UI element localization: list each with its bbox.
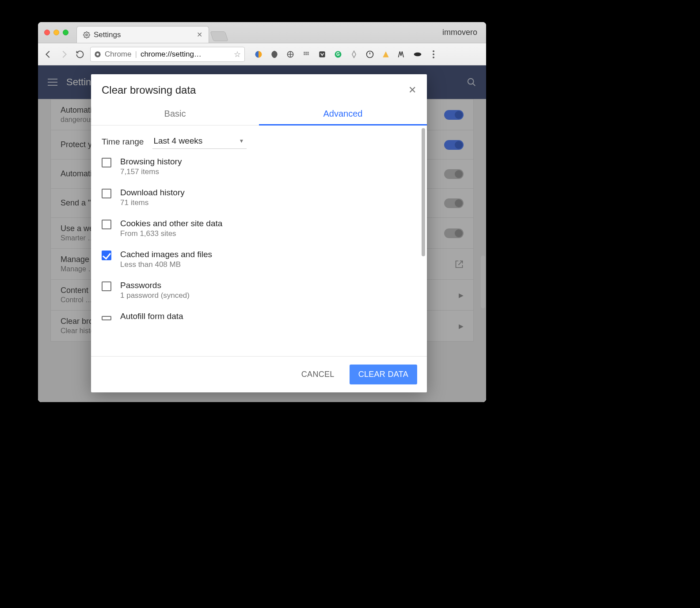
forward-button[interactable] — [58, 49, 70, 60]
tab-advanced[interactable]: Advanced — [259, 103, 427, 125]
list-item[interactable]: Autofill form data — [102, 312, 416, 321]
extension-icon[interactable] — [254, 49, 263, 59]
time-range-select[interactable]: Last 4 weeks ▼ — [152, 134, 247, 149]
svg-rect-9 — [305, 53, 307, 55]
tab-close-button[interactable]: ✕ — [197, 30, 202, 39]
time-range-label: Time range — [102, 137, 144, 147]
list-item[interactable]: Cached images and filesLess than 408 MB — [102, 250, 416, 269]
chrome-menu-button[interactable] — [429, 49, 438, 59]
svg-point-2 — [96, 53, 99, 55]
window-controls — [38, 30, 68, 35]
item-label: Cookies and other site data — [120, 219, 222, 228]
scrollbar-thumb[interactable] — [422, 128, 425, 256]
svg-rect-7 — [308, 52, 309, 53]
item-sublabel: Less than 408 MB — [120, 260, 212, 269]
svg-rect-6 — [305, 52, 307, 53]
checkbox[interactable] — [102, 220, 111, 229]
svg-rect-8 — [304, 53, 305, 55]
dialog-footer: CANCEL CLEAR DATA — [91, 356, 427, 392]
browser-window: Settings ✕ immovero Chrome | chrome://se… — [38, 22, 486, 402]
item-label: Cached images and files — [120, 250, 212, 259]
titlebar: Settings ✕ immovero — [38, 22, 486, 43]
zoom-window-button[interactable] — [63, 30, 68, 35]
dialog-tabs: Basic Advanced — [91, 103, 427, 125]
extension-icon[interactable]: G — [333, 49, 343, 59]
svg-text:G: G — [336, 52, 340, 57]
toolbar: Chrome | chrome://setting… ☆ G — [38, 43, 486, 65]
list-item[interactable]: Download history71 items — [102, 188, 416, 207]
extension-icon[interactable] — [413, 49, 422, 59]
extension-icon[interactable] — [270, 49, 279, 59]
extension-icon[interactable] — [301, 49, 311, 59]
clear-data-button[interactable]: CLEAR DATA — [350, 365, 417, 384]
browser-tab[interactable]: Settings ✕ — [76, 26, 209, 43]
close-window-button[interactable] — [44, 30, 50, 35]
new-tab-button[interactable] — [210, 31, 228, 41]
cancel-button[interactable]: CANCEL — [293, 365, 343, 384]
item-sublabel: 1 password (synced) — [120, 291, 190, 300]
item-label: Passwords — [120, 281, 190, 290]
reload-button[interactable] — [74, 49, 86, 60]
clear-browsing-data-dialog: Clear browsing data ✕ Basic Advanced Tim… — [91, 74, 427, 392]
extension-icon[interactable] — [285, 49, 295, 59]
extension-icon[interactable] — [381, 49, 391, 59]
dialog-body: Time range Last 4 weeks ▼ Browsing histo… — [91, 125, 427, 356]
time-range-value: Last 4 weeks — [153, 136, 202, 145]
extension-icon-strip: G — [254, 49, 438, 59]
item-sublabel: 7,157 items — [120, 167, 182, 176]
chrome-brand-icon — [94, 51, 101, 58]
item-label: Browsing history — [120, 157, 182, 167]
item-sublabel: 71 items — [120, 198, 185, 207]
list-item[interactable]: Passwords1 password (synced) — [102, 281, 416, 300]
svg-point-0 — [86, 34, 88, 36]
checkbox[interactable] — [102, 281, 111, 291]
minimize-window-button[interactable] — [53, 30, 59, 35]
time-range-row: Time range Last 4 weeks ▼ — [102, 134, 416, 149]
close-icon[interactable]: ✕ — [408, 84, 416, 96]
tab-title: Settings — [94, 30, 121, 39]
scrollbar-thumb[interactable] — [481, 255, 485, 308]
url-display: chrome://setting… — [141, 50, 202, 59]
back-button[interactable] — [42, 49, 54, 60]
bookmark-star-icon[interactable]: ☆ — [234, 49, 241, 59]
settings-page: Settings Automatically …dangerous … Prot… — [38, 65, 486, 402]
svg-rect-11 — [319, 51, 325, 57]
caret-down-icon: ▼ — [239, 138, 244, 144]
checkbox[interactable] — [102, 251, 111, 260]
list-item[interactable]: Cookies and other site dataFrom 1,633 si… — [102, 219, 416, 238]
item-sublabel: From 1,633 sites — [120, 229, 222, 238]
extension-icon[interactable] — [349, 49, 359, 59]
svg-rect-10 — [308, 53, 309, 55]
extension-icon[interactable] — [365, 49, 375, 59]
svg-point-17 — [433, 53, 434, 55]
tab-basic[interactable]: Basic — [91, 103, 259, 125]
url-separator: | — [135, 50, 137, 59]
checkbox[interactable] — [102, 158, 111, 167]
extension-icon[interactable] — [317, 49, 327, 59]
checkbox[interactable] — [102, 189, 111, 198]
dialog-header: Clear browsing data ✕ — [91, 74, 427, 103]
svg-point-15 — [414, 52, 422, 56]
profile-name[interactable]: immovero — [442, 28, 486, 37]
svg-point-18 — [433, 57, 434, 58]
list-item[interactable]: Browsing history7,157 items — [102, 157, 416, 176]
item-label: Autofill form data — [120, 312, 183, 321]
address-bar[interactable]: Chrome | chrome://setting… ☆ — [90, 47, 245, 62]
gear-icon — [83, 31, 90, 38]
svg-rect-5 — [304, 52, 305, 53]
extension-icon[interactable] — [397, 49, 407, 59]
item-label: Download history — [120, 188, 185, 198]
svg-point-16 — [433, 50, 434, 52]
dialog-title: Clear browsing data — [102, 84, 196, 96]
url-origin-chip: Chrome — [105, 50, 131, 59]
clear-data-items: Browsing history7,157 items Download his… — [102, 157, 416, 321]
checkbox[interactable] — [102, 316, 111, 320]
